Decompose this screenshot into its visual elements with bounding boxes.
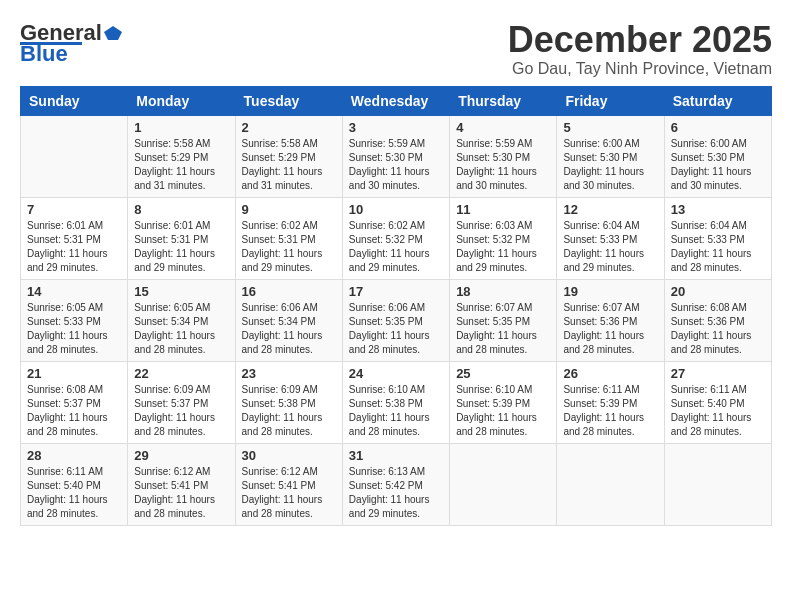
day-info: Sunrise: 6:05 AM Sunset: 5:33 PM Dayligh… bbox=[27, 301, 121, 357]
logo-bird-icon bbox=[104, 24, 122, 42]
calendar-cell: 12Sunrise: 6:04 AM Sunset: 5:33 PM Dayli… bbox=[557, 197, 664, 279]
day-number: 2 bbox=[242, 120, 336, 135]
day-number: 29 bbox=[134, 448, 228, 463]
day-info: Sunrise: 6:10 AM Sunset: 5:38 PM Dayligh… bbox=[349, 383, 443, 439]
day-info: Sunrise: 6:09 AM Sunset: 5:37 PM Dayligh… bbox=[134, 383, 228, 439]
day-number: 7 bbox=[27, 202, 121, 217]
calendar-cell: 30Sunrise: 6:12 AM Sunset: 5:41 PM Dayli… bbox=[235, 443, 342, 525]
day-header-wednesday: Wednesday bbox=[342, 86, 449, 115]
day-number: 19 bbox=[563, 284, 657, 299]
calendar-cell: 13Sunrise: 6:04 AM Sunset: 5:33 PM Dayli… bbox=[664, 197, 771, 279]
calendar-cell: 10Sunrise: 6:02 AM Sunset: 5:32 PM Dayli… bbox=[342, 197, 449, 279]
day-number: 17 bbox=[349, 284, 443, 299]
calendar-table: SundayMondayTuesdayWednesdayThursdayFrid… bbox=[20, 86, 772, 526]
day-header-thursday: Thursday bbox=[450, 86, 557, 115]
day-number: 18 bbox=[456, 284, 550, 299]
calendar-cell: 6Sunrise: 6:00 AM Sunset: 5:30 PM Daylig… bbox=[664, 115, 771, 197]
day-number: 3 bbox=[349, 120, 443, 135]
day-info: Sunrise: 5:58 AM Sunset: 5:29 PM Dayligh… bbox=[242, 137, 336, 193]
calendar-week-row: 21Sunrise: 6:08 AM Sunset: 5:37 PM Dayli… bbox=[21, 361, 772, 443]
day-info: Sunrise: 6:07 AM Sunset: 5:36 PM Dayligh… bbox=[563, 301, 657, 357]
calendar-cell: 20Sunrise: 6:08 AM Sunset: 5:36 PM Dayli… bbox=[664, 279, 771, 361]
day-number: 9 bbox=[242, 202, 336, 217]
calendar-cell bbox=[450, 443, 557, 525]
calendar-cell: 19Sunrise: 6:07 AM Sunset: 5:36 PM Dayli… bbox=[557, 279, 664, 361]
calendar-cell: 31Sunrise: 6:13 AM Sunset: 5:42 PM Dayli… bbox=[342, 443, 449, 525]
day-info: Sunrise: 6:02 AM Sunset: 5:32 PM Dayligh… bbox=[349, 219, 443, 275]
calendar-cell: 7Sunrise: 6:01 AM Sunset: 5:31 PM Daylig… bbox=[21, 197, 128, 279]
day-info: Sunrise: 6:00 AM Sunset: 5:30 PM Dayligh… bbox=[671, 137, 765, 193]
calendar-cell: 28Sunrise: 6:11 AM Sunset: 5:40 PM Dayli… bbox=[21, 443, 128, 525]
day-info: Sunrise: 6:12 AM Sunset: 5:41 PM Dayligh… bbox=[242, 465, 336, 521]
calendar-cell: 29Sunrise: 6:12 AM Sunset: 5:41 PM Dayli… bbox=[128, 443, 235, 525]
day-header-monday: Monday bbox=[128, 86, 235, 115]
location-text: Go Dau, Tay Ninh Province, Vietnam bbox=[508, 60, 772, 78]
calendar-cell: 26Sunrise: 6:11 AM Sunset: 5:39 PM Dayli… bbox=[557, 361, 664, 443]
day-info: Sunrise: 6:08 AM Sunset: 5:36 PM Dayligh… bbox=[671, 301, 765, 357]
calendar-cell: 16Sunrise: 6:06 AM Sunset: 5:34 PM Dayli… bbox=[235, 279, 342, 361]
day-number: 13 bbox=[671, 202, 765, 217]
day-header-sunday: Sunday bbox=[21, 86, 128, 115]
calendar-cell bbox=[664, 443, 771, 525]
calendar-cell: 18Sunrise: 6:07 AM Sunset: 5:35 PM Dayli… bbox=[450, 279, 557, 361]
day-number: 15 bbox=[134, 284, 228, 299]
day-number: 5 bbox=[563, 120, 657, 135]
logo-blue: Blue bbox=[20, 41, 68, 67]
day-info: Sunrise: 6:06 AM Sunset: 5:34 PM Dayligh… bbox=[242, 301, 336, 357]
calendar-week-row: 28Sunrise: 6:11 AM Sunset: 5:40 PM Dayli… bbox=[21, 443, 772, 525]
day-info: Sunrise: 6:11 AM Sunset: 5:40 PM Dayligh… bbox=[27, 465, 121, 521]
calendar-cell: 11Sunrise: 6:03 AM Sunset: 5:32 PM Dayli… bbox=[450, 197, 557, 279]
calendar-cell: 14Sunrise: 6:05 AM Sunset: 5:33 PM Dayli… bbox=[21, 279, 128, 361]
calendar-cell: 2Sunrise: 5:58 AM Sunset: 5:29 PM Daylig… bbox=[235, 115, 342, 197]
day-info: Sunrise: 6:02 AM Sunset: 5:31 PM Dayligh… bbox=[242, 219, 336, 275]
calendar-cell: 15Sunrise: 6:05 AM Sunset: 5:34 PM Dayli… bbox=[128, 279, 235, 361]
day-info: Sunrise: 6:11 AM Sunset: 5:39 PM Dayligh… bbox=[563, 383, 657, 439]
day-number: 23 bbox=[242, 366, 336, 381]
day-number: 22 bbox=[134, 366, 228, 381]
day-info: Sunrise: 6:01 AM Sunset: 5:31 PM Dayligh… bbox=[27, 219, 121, 275]
calendar-cell: 23Sunrise: 6:09 AM Sunset: 5:38 PM Dayli… bbox=[235, 361, 342, 443]
day-header-saturday: Saturday bbox=[664, 86, 771, 115]
day-info: Sunrise: 6:05 AM Sunset: 5:34 PM Dayligh… bbox=[134, 301, 228, 357]
day-number: 6 bbox=[671, 120, 765, 135]
title-section: December 2025 Go Dau, Tay Ninh Province,… bbox=[508, 20, 772, 78]
day-info: Sunrise: 6:06 AM Sunset: 5:35 PM Dayligh… bbox=[349, 301, 443, 357]
day-info: Sunrise: 6:03 AM Sunset: 5:32 PM Dayligh… bbox=[456, 219, 550, 275]
day-info: Sunrise: 6:00 AM Sunset: 5:30 PM Dayligh… bbox=[563, 137, 657, 193]
day-number: 26 bbox=[563, 366, 657, 381]
calendar-cell: 5Sunrise: 6:00 AM Sunset: 5:30 PM Daylig… bbox=[557, 115, 664, 197]
calendar-cell: 24Sunrise: 6:10 AM Sunset: 5:38 PM Dayli… bbox=[342, 361, 449, 443]
day-number: 20 bbox=[671, 284, 765, 299]
day-number: 30 bbox=[242, 448, 336, 463]
calendar-cell: 27Sunrise: 6:11 AM Sunset: 5:40 PM Dayli… bbox=[664, 361, 771, 443]
day-info: Sunrise: 6:01 AM Sunset: 5:31 PM Dayligh… bbox=[134, 219, 228, 275]
month-title: December 2025 bbox=[508, 20, 772, 60]
day-number: 11 bbox=[456, 202, 550, 217]
day-info: Sunrise: 6:09 AM Sunset: 5:38 PM Dayligh… bbox=[242, 383, 336, 439]
calendar-week-row: 14Sunrise: 6:05 AM Sunset: 5:33 PM Dayli… bbox=[21, 279, 772, 361]
calendar-header-row: SundayMondayTuesdayWednesdayThursdayFrid… bbox=[21, 86, 772, 115]
day-info: Sunrise: 6:10 AM Sunset: 5:39 PM Dayligh… bbox=[456, 383, 550, 439]
day-number: 21 bbox=[27, 366, 121, 381]
calendar-week-row: 7Sunrise: 6:01 AM Sunset: 5:31 PM Daylig… bbox=[21, 197, 772, 279]
calendar-cell bbox=[21, 115, 128, 197]
day-number: 14 bbox=[27, 284, 121, 299]
svg-marker-0 bbox=[104, 26, 122, 40]
day-info: Sunrise: 5:59 AM Sunset: 5:30 PM Dayligh… bbox=[456, 137, 550, 193]
page-header: General Blue December 2025 Go Dau, Tay N… bbox=[20, 20, 772, 78]
day-info: Sunrise: 6:04 AM Sunset: 5:33 PM Dayligh… bbox=[563, 219, 657, 275]
day-info: Sunrise: 6:04 AM Sunset: 5:33 PM Dayligh… bbox=[671, 219, 765, 275]
calendar-week-row: 1Sunrise: 5:58 AM Sunset: 5:29 PM Daylig… bbox=[21, 115, 772, 197]
day-info: Sunrise: 6:08 AM Sunset: 5:37 PM Dayligh… bbox=[27, 383, 121, 439]
calendar-cell: 22Sunrise: 6:09 AM Sunset: 5:37 PM Dayli… bbox=[128, 361, 235, 443]
day-number: 10 bbox=[349, 202, 443, 217]
calendar-cell: 3Sunrise: 5:59 AM Sunset: 5:30 PM Daylig… bbox=[342, 115, 449, 197]
day-info: Sunrise: 6:07 AM Sunset: 5:35 PM Dayligh… bbox=[456, 301, 550, 357]
day-number: 31 bbox=[349, 448, 443, 463]
calendar-cell: 8Sunrise: 6:01 AM Sunset: 5:31 PM Daylig… bbox=[128, 197, 235, 279]
calendar-cell: 9Sunrise: 6:02 AM Sunset: 5:31 PM Daylig… bbox=[235, 197, 342, 279]
day-info: Sunrise: 5:58 AM Sunset: 5:29 PM Dayligh… bbox=[134, 137, 228, 193]
day-number: 16 bbox=[242, 284, 336, 299]
calendar-cell: 17Sunrise: 6:06 AM Sunset: 5:35 PM Dayli… bbox=[342, 279, 449, 361]
day-number: 12 bbox=[563, 202, 657, 217]
